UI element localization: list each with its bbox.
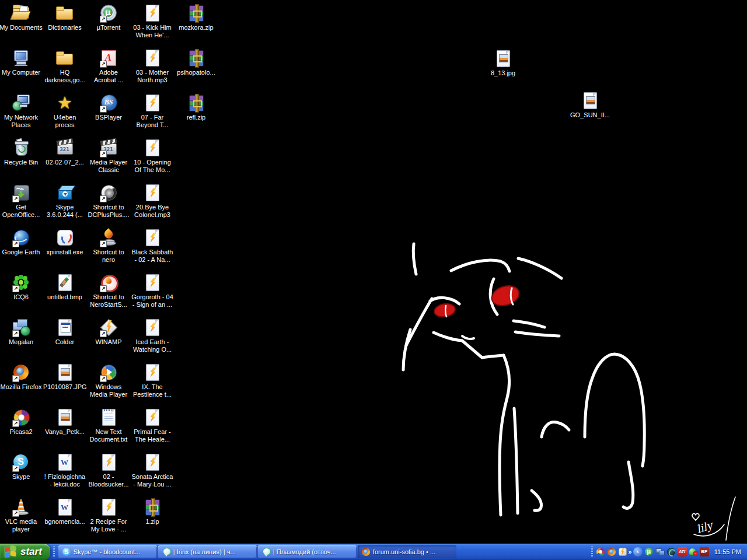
desktop-icon-megalan[interactable]: Megalan [0,318,43,346]
desktop-icon-ix-the[interactable]: IX. The Pestilence t... [131,363,174,398]
desktop-icon-label: U4eben proces [43,114,86,129]
shortcut-arrow-icon [100,61,107,68]
cat-left-whisker-1 [406,299,432,345]
desktop-icon-shortcut-to[interactable]: Shortcut to nero [87,228,130,264]
taskbar-button-forum-uni-sofia-bg[interactable]: forum.uni-sofia.bg • ... [358,545,456,558]
desktop-icon-icq6[interactable]: ICQ6 [0,273,43,301]
desktop-icon-10-opening[interactable]: 10 - Opening Of The Mo... [131,138,174,174]
desktop-icon-label: bgnomencla... [43,518,86,526]
ati-tray-icon[interactable]: ATI [678,547,687,556]
dcpp-tray-icon[interactable] [666,547,676,556]
utorrent-tray-icon[interactable] [644,547,654,556]
desktop-icon-shortcut-to[interactable]: Shortcut to DCPlusPlus.... [87,183,130,219]
desktop-icon-dictionaries[interactable]: Dictionaries [43,4,86,32]
desktop-icon-p1010087-jpg[interactable]: P1010087.JPG [43,363,86,391]
desktop-icon-label: WINAMP [87,338,130,346]
taskbar-button-irinx[interactable]: | Irinx (на линия) | ч... [158,545,257,558]
desktop-icon-label: 03 - Kick Him When He'... [131,24,174,39]
desktop-icon-picasa2[interactable]: Picasa2 [0,408,43,436]
mp3-icon [143,4,162,22]
desktop-icon-skype[interactable]: Skype [0,453,43,481]
desktop-icon-label: psihopatolo... [174,69,218,76]
desktop-icon-u4eben[interactable]: U4eben proces [43,93,86,129]
desktop-icon-sonata-arctica[interactable]: Sonata Arctica - Mary-Lou ... [131,453,174,488]
desktop-icon-adobe[interactable]: Adobe Acrobat ... [87,48,130,84]
desktop-icon-vlc-media[interactable]: VLC media player [0,498,43,533]
taskbar-button-item[interactable]: | Плазмодий (отпоч... [258,545,357,558]
wmp-icon [99,363,118,382]
desktop-icon-black-sabbath[interactable]: Black Sabbath - 02 - A Na... [131,228,174,264]
desktop-icon-bsplayer[interactable]: BSPlayer [87,93,130,121]
shortcut-arrow-icon [100,375,107,382]
quick-launch-handle[interactable] [591,546,593,558]
cat-right-whisker-2 [515,332,559,336]
desktop-icon-1-zip[interactable]: 1.zip [131,498,174,526]
taskbar-handle[interactable] [53,546,55,558]
desktop-icon-label: refl.zip [174,114,218,121]
mp3-icon [143,318,162,337]
jpg-icon [581,91,599,110]
desktop-icon-primal-fear[interactable]: Primal Fear - The Heale... [131,408,174,443]
bp-tray-icon[interactable]: BP [700,547,709,556]
desktop-icon-8-13-jpg[interactable]: 8_13.jpg [481,49,525,77]
desktop-icon-label: Shortcut to DCPlusPlus.... [87,204,130,219]
desktop-icon-02[interactable]: 02 - Bloodsucker... [87,453,130,488]
taskbar-clock[interactable]: 11:55 PM [711,548,747,555]
desktop-icon-bgnomencla[interactable]: bgnomencla... [43,498,86,526]
desktop-icon-hq[interactable]: HQ darkness,go... [43,48,86,84]
desktop-icon-label: My Network Places [0,114,43,129]
cat-left-whisker-2 [403,330,410,370]
rar-icon [187,48,205,67]
network-tray-icon[interactable] [655,547,665,556]
skype-icon [62,547,71,556]
desktop-icon-vanya-petk[interactable]: Vanya_Petk... [43,408,86,436]
desktop-icon-07-far[interactable]: 07 - Far Beyond T... [131,93,174,129]
desktop-icon-label: Dictionaries [43,24,86,32]
desktop-icon-my-network[interactable]: My Network Places [0,93,43,129]
start-button[interactable]: start [0,544,50,560]
desktop-icon-refl-zip[interactable]: refl.zip [174,93,218,121]
skype-status-tray-icon[interactable] [689,547,698,556]
desktop-icon-winamp[interactable]: WINAMP [87,318,130,346]
desktop-icon-media-player[interactable]: Media Player Classic [87,138,130,174]
desktop-icon-2-recipe-for[interactable]: 2 Recipe For My Love - ... [87,498,130,533]
tray-collapse-chevron-icon[interactable]: ‹ [633,547,643,556]
desktop-icon-fiziologichna[interactable]: ! Fiziologichna - lekcii.doc [43,453,86,488]
folder-icon [55,4,74,22]
taskbar-button-skype-bloodcount[interactable]: Skype™ - bloodcount... [58,545,157,558]
desktop-icon-go-sun-ii[interactable]: GO_SUN_II... [568,91,612,119]
desktop-icon-iced-earth[interactable]: Iced Earth - Watching O... [131,318,174,354]
desktop-icon-colder[interactable]: Colder [43,318,86,346]
desktop-icon-shortcut-to[interactable]: Shortcut to NeroStartS... [87,273,130,309]
desktop-icon-psihopatolo[interactable]: psihopatolo... [174,48,218,76]
skypebox-icon [55,183,74,202]
desktop-icon-windows[interactable]: Windows Media Player [87,363,130,398]
mp3-icon [143,363,162,382]
desktop-icon-untitled-bmp[interactable]: untitled.bmp [43,273,86,301]
desktop-icon-xpiinstall-exe[interactable]: xpiinstall.exe [43,228,86,256]
desktop-icon-µtorrent[interactable]: µTorrent [87,4,130,32]
desktop-icon-get[interactable]: Get OpenOffice... [0,183,43,219]
desktop-icon-recycle-bin[interactable]: Recycle Bin [0,138,43,166]
winamp-quicklaunch-icon[interactable] [618,547,627,556]
desktop-icon-gorgoroth-04[interactable]: Gorgoroth - 04 - Sign of an ... [131,273,174,309]
desktop-icon-skype[interactable]: Skype 3.6.0.244 (... [43,183,86,219]
desktop-icon-03-kick-him[interactable]: 03 - Kick Him When He'... [131,4,174,39]
desktop-icon-my-computer[interactable]: My Computer [0,48,43,76]
desktop-icon-02-02-07-2[interactable]: 02-02-07_2... [43,138,86,166]
desktop-icon-label: Adobe Acrobat ... [87,69,130,84]
desktop-icon-label: My Documents [0,24,43,32]
folder-open-icon [12,4,30,22]
desktop-icon-google-earth[interactable]: Google Earth [0,228,43,256]
desktop-icon-03-mother[interactable]: 03 - Mother North.mp3 [131,48,174,84]
quick-launch-overflow-chevron[interactable]: » [627,547,633,556]
desktop-icon-20-bye-bye[interactable]: 20.Bye Bye Colonel.mp3 [131,183,174,219]
firefox-quicklaunch-icon[interactable] [607,547,616,556]
picasa-quicklaunch-icon[interactable] [596,547,605,556]
desktop[interactable]: lily My DocumentsDictionariesµTorrent03 … [0,0,747,544]
desktop-icon-mozkora-zip[interactable]: mozkora.zip [174,4,218,32]
desktop-icon-my-documents[interactable]: My Documents [0,4,43,32]
desktop-icon-new-text[interactable]: New Text Document.txt [87,408,130,443]
mp3-icon [143,48,162,67]
desktop-icon-mozilla-firefox[interactable]: Mozilla Firefox [0,363,43,391]
